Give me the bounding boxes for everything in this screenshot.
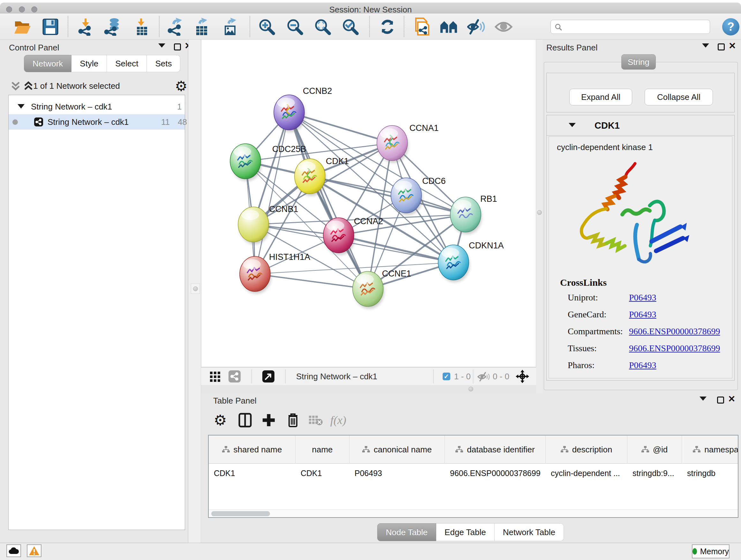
add-column-icon[interactable] [260,411,278,429]
node-CDK1[interactable]: CDK1 [294,157,349,196]
collapse-panel-icon[interactable] [702,44,709,48]
import-table-file-icon[interactable] [133,18,151,36]
export-image-icon[interactable] [221,18,239,36]
table-cell[interactable]: CDK1 [209,464,295,482]
cloud-status-button[interactable] [6,544,21,557]
network-options-gear-icon[interactable]: ⚙ [175,79,187,93]
node-CCNE1[interactable]: CCNE1 [353,269,411,309]
float-panel-icon[interactable] [717,396,724,403]
grid-view-icon[interactable] [210,372,220,382]
search-input[interactable] [550,20,710,34]
network-graph[interactable]: CCNB2CCNA1CDC25BCDK1CDC6RB1CCNB1CCNA2CDK… [201,40,536,367]
tab-network[interactable]: Network [24,55,71,72]
node-table[interactable]: shared namenamecanonical namedatabase id… [208,435,738,518]
birds-eye-view-icon[interactable] [262,370,274,382]
tab-network-table[interactable]: Network Table [495,523,564,541]
tab-edge-table[interactable]: Edge Table [436,523,495,541]
memory-button[interactable]: Memory [692,544,730,558]
expand-all-button[interactable]: Expand All [569,89,632,105]
collapse-panel-icon[interactable] [699,396,706,401]
column-header-database-identifier[interactable]: database identifier [445,435,546,463]
network-share-view-icon[interactable] [228,370,241,382]
column-header--id[interactable]: @id [627,435,682,463]
crosslink-link[interactable]: 9606.ENSP00000378699 [629,343,720,354]
crosslink-link[interactable]: P06493 [629,293,657,303]
right-splitter-grip[interactable] [537,210,542,215]
show-all-icon[interactable] [495,18,513,36]
close-panel-icon[interactable]: ✕ [728,395,735,402]
right-splitter[interactable] [536,40,542,393]
tab-string[interactable]: String [621,54,656,70]
help-icon[interactable]: ? [722,18,739,36]
tab-sets[interactable]: Sets [147,55,180,72]
show-columns-icon[interactable] [236,411,254,429]
first-neighbors-icon[interactable] [440,18,458,36]
bottom-splitter[interactable] [201,385,536,393]
save-session-icon[interactable] [42,18,59,36]
left-splitter[interactable] [188,40,201,543]
refresh-icon[interactable] [379,18,396,36]
edge-CCNB2-CCNE1[interactable] [289,112,368,289]
gene-collapse-icon[interactable] [569,123,576,127]
table-rows[interactable]: CDK1CDK1P064939606.ENSP00000378699cyclin… [209,464,738,482]
table-row[interactable]: CDK1CDK1P064939606.ENSP00000378699cyclin… [209,464,738,482]
network-column-icon [222,446,230,453]
hide-selection-icon[interactable] [467,18,485,36]
column-header-name[interactable]: name [295,435,349,463]
collection-count: 1 [177,102,182,112]
export-table-icon[interactable] [193,18,211,36]
node-CDKN1A[interactable]: CDKN1A [438,241,504,282]
import-network-database-icon[interactable] [104,18,121,36]
edge-CCNB2-HIST1H1A[interactable] [255,112,289,274]
table-cell[interactable]: cyclin-dependent ... [546,464,627,482]
gene-header-row[interactable]: CDK1 [547,115,734,136]
zoom-in-icon[interactable] [258,18,276,36]
table-cell[interactable]: stringdb [682,464,738,482]
table-cell[interactable]: CDK1 [295,464,349,482]
network-collection-row[interactable]: String Network – cdk1 1 [9,99,185,114]
warnings-button[interactable] [27,544,42,557]
table-cell[interactable]: 9606.ENSP00000378699 [445,464,546,482]
column-header-shared-name[interactable]: shared name [209,435,295,463]
collapse-all-button[interactable]: Collapse All [645,89,713,105]
tree-expand-icon[interactable] [17,104,24,109]
column-header-description[interactable]: description [546,435,627,463]
selected-checkbox-icon[interactable]: ✓ [443,373,450,380]
network-from-selection-icon[interactable] [413,18,431,36]
table-header-row[interactable]: shared namenamecanonical namedatabase id… [209,435,738,463]
float-panel-icon[interactable] [174,44,181,51]
crosslink-link[interactable]: P06493 [629,360,657,370]
network-row-selected[interactable]: String Network – cdk1 11 48 [9,114,185,130]
crosslink-link[interactable]: 9606.ENSP00000378699 [629,326,720,336]
pan-crosshair-icon[interactable] [516,370,529,383]
bottom-splitter-grip[interactable] [468,387,473,391]
table-cell[interactable]: P06493 [349,464,445,482]
close-panel-icon[interactable]: ✕ [729,43,736,50]
left-splitter-grip[interactable] [191,284,200,294]
node-CDC6[interactable]: CDC6 [391,176,446,215]
zoom-out-icon[interactable] [286,18,304,36]
zoom-selected-icon[interactable] [341,18,359,36]
node-RB1[interactable]: RB1 [450,194,497,234]
zoom-fit-icon[interactable] [314,18,332,36]
column-header-namespace[interactable]: namespace [682,435,738,463]
column-header-canonical-name[interactable]: canonical name [349,435,445,463]
edge-CCNA2-CDKN1A[interactable] [339,235,454,262]
delete-column-icon[interactable] [284,411,302,429]
tab-node-table[interactable]: Node Table [377,523,436,541]
export-network-icon[interactable] [166,18,184,36]
table-settings-gear-icon[interactable]: ⚙ [211,411,229,429]
float-panel-icon[interactable] [718,44,725,51]
table-cell[interactable]: stringdb:9... [627,464,682,482]
open-session-icon[interactable] [13,18,31,36]
collapse-panel-icon[interactable] [158,44,165,48]
node-CCNA1[interactable]: CCNA1 [377,123,439,163]
table-horizontal-scrollbar[interactable] [209,509,738,517]
crosslink-link[interactable]: P06493 [629,309,657,320]
network-canvas[interactable]: CCNB2CCNA1CDC25BCDK1CDC6RB1CCNB1CCNA2CDK… [201,40,536,367]
tab-style[interactable]: Style [71,55,107,72]
tab-select[interactable]: Select [107,55,147,72]
edge-HIST1H1A-CCNE1[interactable] [255,274,368,289]
import-network-file-icon[interactable] [77,18,94,36]
scrollbar-thumb[interactable] [211,511,270,516]
